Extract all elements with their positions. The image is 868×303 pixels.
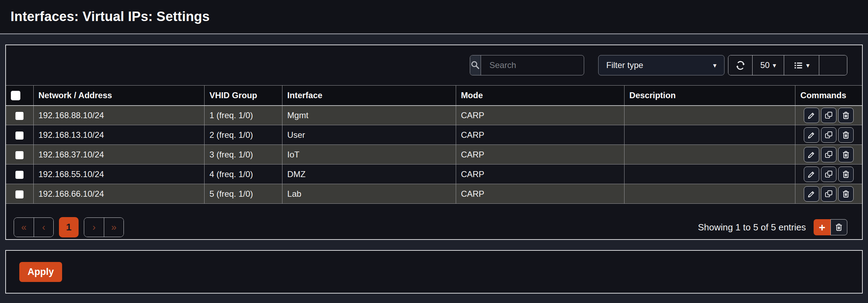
delete-selected-button[interactable] [830, 219, 847, 235]
table-header-row: Network / Address VHID Group Interface M… [6, 86, 862, 106]
row-checkbox[interactable] [15, 151, 24, 159]
clone-button[interactable] [821, 127, 836, 143]
refresh-icon [735, 60, 746, 70]
trash-icon [841, 189, 850, 198]
cell-mode: CARP [456, 184, 624, 204]
edit-button[interactable] [804, 108, 819, 123]
pencil-icon [807, 111, 816, 120]
pagination: « ‹ 1 › » [14, 217, 124, 237]
clone-button[interactable] [821, 167, 836, 182]
pencil-icon [807, 130, 816, 140]
column-header-interface[interactable]: Interface [282, 86, 456, 106]
add-button[interactable]: + [814, 219, 830, 235]
cell-network: 192.168.55.10/24 [33, 164, 205, 184]
search-group [470, 55, 584, 75]
clone-icon [824, 170, 833, 179]
edit-button[interactable] [804, 186, 819, 202]
cell-vhid: 4 (freq. 1/0) [205, 164, 282, 184]
grid-actions-group: 50 ▾ ▾ [728, 55, 847, 75]
cell-interface: Lab [282, 184, 456, 204]
cell-interface: Mgmt [282, 106, 456, 125]
cell-description [624, 106, 795, 125]
column-header-commands: Commands [795, 86, 862, 106]
search-addon [470, 55, 481, 75]
cell-interface: IoT [282, 145, 456, 164]
pencil-icon [807, 150, 816, 159]
apply-panel: Apply [5, 250, 863, 294]
list-icon [794, 61, 803, 70]
row-checkbox[interactable] [15, 112, 24, 120]
clone-icon [824, 189, 833, 198]
edit-button[interactable] [804, 127, 819, 143]
add-remove-group: + [814, 219, 847, 235]
cell-vhid: 5 (freq. 1/0) [205, 184, 282, 204]
page-size-dropdown[interactable]: 50 ▾ [752, 55, 784, 75]
edit-button[interactable] [804, 147, 819, 162]
page-header: Interfaces: Virtual IPs: Settings [0, 0, 868, 34]
column-header-description[interactable]: Description [624, 86, 795, 106]
column-header-mode[interactable]: Mode [456, 86, 624, 106]
apply-button[interactable]: Apply [19, 262, 62, 282]
trash-icon [841, 130, 850, 140]
trash-icon [841, 111, 850, 120]
cell-mode: CARP [456, 106, 624, 125]
search-input[interactable] [481, 55, 584, 75]
chevron-down-icon: ▾ [806, 62, 810, 69]
cell-mode: CARP [456, 164, 624, 184]
chevron-down-icon: ▾ [773, 62, 776, 69]
virtual-ips-panel: Filter type ▾ 50 ▾ ▾ Networ [5, 45, 863, 240]
grid-footer: « ‹ 1 › » Showing 1 to 5 of 5 entries + [6, 217, 862, 237]
page-1-button[interactable]: 1 [59, 217, 79, 237]
clone-icon [824, 130, 833, 140]
clone-icon [824, 150, 833, 159]
row-checkbox[interactable] [15, 190, 24, 198]
pencil-icon [807, 170, 816, 179]
column-header-network[interactable]: Network / Address [33, 86, 205, 106]
page-size-value: 50 [760, 60, 770, 70]
row-checkbox[interactable] [15, 171, 24, 179]
delete-button[interactable] [838, 127, 854, 143]
showing-entries-text: Showing 1 to 5 of 5 entries [698, 222, 806, 233]
chevron-down-icon: ▾ [713, 62, 716, 69]
cell-description [624, 164, 795, 184]
clone-button[interactable] [821, 147, 836, 162]
clone-button[interactable] [821, 186, 836, 202]
trash-icon [834, 223, 843, 232]
column-header-vhid[interactable]: VHID Group [205, 86, 282, 106]
last-page-button[interactable]: » [104, 218, 123, 237]
footer-right: Showing 1 to 5 of 5 entries + [698, 219, 847, 235]
delete-button[interactable] [838, 147, 854, 162]
pagination-forward-group: › » [84, 217, 124, 237]
filter-type-select[interactable]: Filter type ▾ [598, 55, 725, 75]
pagination-back-group: « ‹ [14, 217, 54, 237]
cell-vhid: 1 (freq. 1/0) [205, 106, 282, 125]
virtual-ips-table: Network / Address VHID Group Interface M… [6, 85, 862, 204]
delete-button[interactable] [838, 186, 854, 202]
grid-toolbar: Filter type ▾ 50 ▾ ▾ [6, 45, 862, 75]
cell-network: 192.168.66.10/24 [33, 184, 205, 204]
cell-description [624, 125, 795, 145]
cell-description [624, 184, 795, 204]
trash-icon [841, 150, 850, 159]
cell-description [624, 145, 795, 164]
refresh-button[interactable] [728, 55, 752, 75]
cell-interface: User [282, 125, 456, 145]
table-row: 192.168.88.10/24 1 (freq. 1/0) Mgmt CARP [6, 106, 862, 125]
next-page-button[interactable]: › [84, 218, 104, 237]
table-row: 192.168.13.10/24 2 (freq. 1/0) User CARP [6, 125, 862, 145]
clone-button[interactable] [821, 108, 836, 123]
select-all-checkbox[interactable] [11, 91, 20, 100]
column-selection-dropdown[interactable]: ▾ [784, 55, 819, 75]
row-checkbox[interactable] [15, 132, 24, 140]
cell-network: 192.168.37.10/24 [33, 145, 205, 164]
pencil-icon [807, 189, 816, 198]
edit-button[interactable] [804, 167, 819, 182]
blank-toolbar-button[interactable] [819, 55, 847, 75]
previous-page-button[interactable]: ‹ [34, 218, 53, 237]
cell-interface: DMZ [282, 164, 456, 184]
delete-button[interactable] [838, 167, 854, 182]
delete-button[interactable] [838, 108, 854, 123]
table-row: 192.168.55.10/24 4 (freq. 1/0) DMZ CARP [6, 164, 862, 184]
table-row: 192.168.37.10/24 3 (freq. 1/0) IoT CARP [6, 145, 862, 164]
first-page-button[interactable]: « [14, 218, 34, 237]
